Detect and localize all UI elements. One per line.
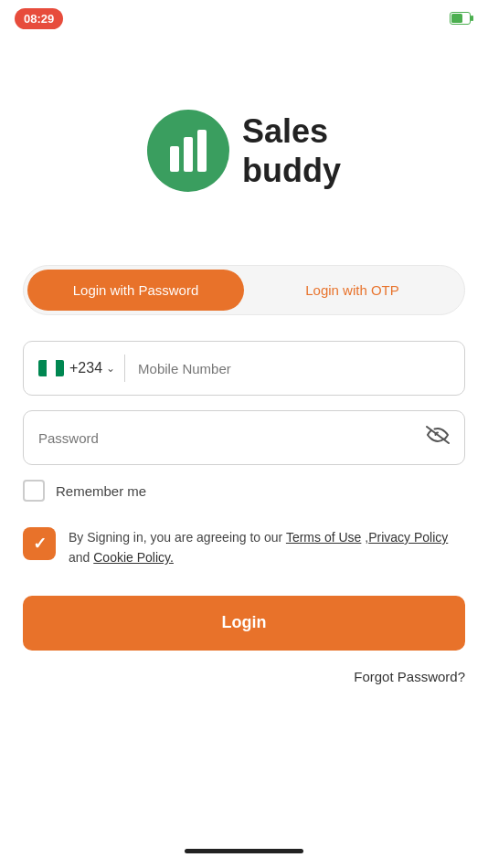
- remember-me-label: Remember me: [56, 483, 146, 499]
- eye-hidden-icon[interactable]: [426, 426, 450, 450]
- login-button[interactable]: Login: [23, 596, 465, 651]
- forgot-password-link[interactable]: Forgot Password?: [23, 669, 465, 684]
- input-divider: [124, 355, 125, 382]
- phone-number-input[interactable]: [138, 361, 450, 376]
- login-password-tab[interactable]: Login with Password: [27, 270, 244, 311]
- flag-container[interactable]: [38, 360, 64, 376]
- brand-name-2: buddy: [242, 151, 341, 190]
- privacy-policy-link[interactable]: Privacy Policy: [368, 530, 448, 545]
- country-code: +234: [69, 360, 102, 376]
- home-indicator: [185, 849, 303, 853]
- main-content: Login with Password Login with OTP +234 …: [0, 265, 488, 684]
- logo-bars: [170, 130, 207, 172]
- svg-rect-2: [471, 16, 473, 21]
- bar2: [184, 137, 193, 172]
- cookie-policy-link[interactable]: Cookie Policy.: [93, 550, 174, 565]
- battery-icon: [450, 12, 473, 25]
- checkmark-icon: ✓: [33, 534, 47, 554]
- logo-section: Sales buddy: [0, 110, 488, 192]
- password-input[interactable]: [38, 430, 426, 446]
- terms-conjunction: and: [69, 550, 93, 565]
- password-input-wrapper: [23, 410, 465, 465]
- logo-circle: [147, 110, 229, 192]
- terms-separator: ,: [361, 530, 368, 545]
- tab-switcher: Login with Password Login with OTP: [23, 265, 465, 315]
- terms-section: ✓ By Signing in, you are agreeing to our…: [23, 527, 465, 568]
- status-time: 08:29: [15, 8, 63, 29]
- bar1: [170, 146, 179, 172]
- phone-input-group: +234 ⌄: [23, 341, 465, 396]
- flag-white-center: [47, 360, 55, 376]
- bar3: [197, 130, 207, 172]
- remember-me-checkbox[interactable]: [23, 480, 45, 502]
- terms-checkbox[interactable]: ✓: [23, 527, 56, 560]
- terms-of-use-link[interactable]: Terms of Use: [286, 530, 361, 545]
- nigeria-flag: [38, 360, 64, 376]
- login-otp-tab[interactable]: Login with OTP: [244, 270, 461, 311]
- terms-prefix: By Signing in, you are agreeing to our: [69, 530, 286, 545]
- chevron-down-icon[interactable]: ⌄: [106, 362, 115, 375]
- status-bar: 08:29: [0, 0, 488, 37]
- phone-input-wrapper: +234 ⌄: [23, 341, 465, 396]
- brand-name-1: Sales: [242, 111, 341, 151]
- flag-right-green: [56, 360, 64, 376]
- terms-text: By Signing in, you are agreeing to our T…: [69, 527, 465, 568]
- logo-text: Sales buddy: [242, 111, 341, 190]
- flag-left-green: [38, 360, 47, 376]
- svg-rect-1: [451, 14, 462, 23]
- remember-me-row: Remember me: [23, 480, 465, 502]
- password-input-group: [23, 410, 465, 465]
